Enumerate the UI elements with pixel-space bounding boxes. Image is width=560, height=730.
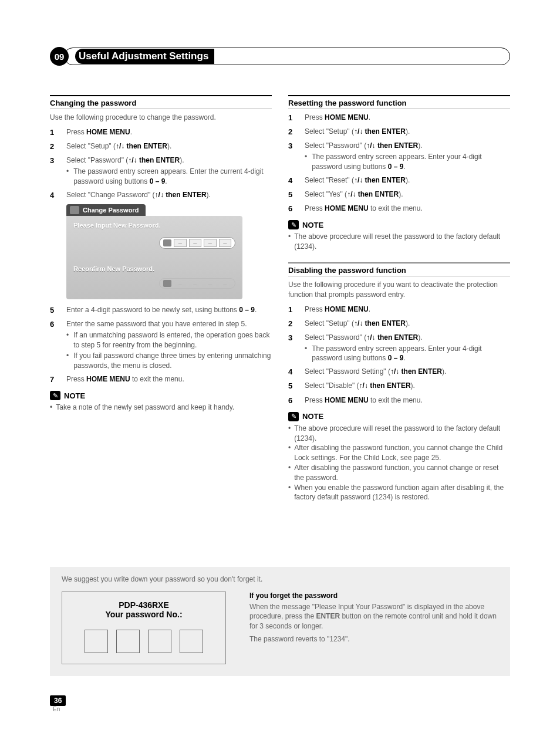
- password-slot: –: [189, 280, 202, 287]
- step-number: 7: [50, 374, 58, 385]
- note-label: NOTE: [302, 412, 323, 421]
- right-column: Resetting the password function 1 Press …: [288, 95, 510, 502]
- step-number: 2: [288, 127, 296, 137]
- note-text: •When you enable the password function a…: [288, 483, 510, 503]
- note-text: •The above procedure will reset the pass…: [288, 424, 510, 444]
- step-number: 2: [50, 141, 58, 152]
- step-body: Select "Setup" (↑/↓ then ENTER).: [66, 141, 272, 152]
- password-write-slot: [148, 630, 171, 653]
- intro-text: Use the following procedure to change th…: [50, 113, 272, 123]
- section-title-disable: Disabling the password function: [288, 262, 510, 276]
- step-number: 5: [50, 305, 58, 316]
- password-slot: –: [174, 280, 187, 287]
- page-footer: 36 En: [50, 697, 66, 712]
- note-text: •Take a note of the newly set password a…: [50, 403, 272, 413]
- intro-text: Use the following procedure if you want …: [288, 280, 510, 300]
- step-number: 4: [288, 367, 296, 377]
- step-body: Press HOME MENU.: [305, 305, 510, 315]
- note-text: •After disabling the password function, …: [288, 443, 510, 463]
- password-slot: –: [219, 280, 232, 287]
- step-body: Press HOME MENU to exit the menu.: [305, 396, 510, 406]
- step-body: Press HOME MENU.: [305, 113, 510, 123]
- step-body: Press HOME MENU.: [66, 127, 272, 138]
- password-slot: –: [219, 239, 232, 247]
- note-text: •After disabling the password function, …: [288, 463, 510, 483]
- password-slot: –: [204, 280, 217, 287]
- suggest-text: We suggest you write down your password …: [62, 575, 498, 583]
- step-body: Press HOME MENU to exit the menu.: [66, 374, 272, 385]
- step-body: Select "Change Password" (↑/↓ then ENTER…: [66, 190, 272, 201]
- step-body: Select "Reset" (↑/↓ then ENTER).: [305, 175, 510, 186]
- step-body: Select "Yes" (↑/↓ then ENTER).: [305, 190, 510, 200]
- forgot-body: When the message "Please Input Your Pass…: [249, 602, 498, 631]
- step-number: 6: [288, 204, 296, 214]
- step-body: Enter a 4-digit password to be newly set…: [66, 305, 272, 316]
- step-body: Select "Password" (↑/↓ then ENTER). •The…: [66, 156, 272, 186]
- step-number: 6: [288, 396, 296, 406]
- note-icon: ✎: [288, 220, 299, 229]
- note-label: NOTE: [302, 221, 323, 229]
- updown-icon: ↑/↓ then: [347, 190, 375, 198]
- password-record-box: We suggest you write down your password …: [50, 567, 510, 676]
- updown-icon: ↑/↓ then: [359, 381, 387, 390]
- dialog-label-new: Please Input New Password.: [73, 222, 235, 229]
- note-text: •The above procedure will reset the pass…: [288, 232, 510, 252]
- note-icon: ✎: [50, 391, 60, 400]
- step-number: 1: [288, 113, 296, 123]
- password-input-confirm-row: – – – –: [159, 278, 235, 289]
- updown-icon: ↑/↓ then: [366, 333, 394, 342]
- step-number: 1: [50, 127, 58, 138]
- note-label: NOTE: [64, 391, 85, 400]
- step-number: 1: [288, 305, 296, 315]
- updown-icon: ↑/↓ then: [354, 127, 382, 136]
- password-card: PDP-436RXE Your password No.:: [62, 592, 226, 664]
- updown-icon: ↑/↓ then: [354, 176, 382, 184]
- forgot-title: If you forget the password: [249, 592, 498, 600]
- step-number: 4: [50, 190, 58, 201]
- step-body: Press HOME MENU to exit the menu.: [305, 204, 510, 214]
- dialog-title: Change Password: [66, 204, 146, 216]
- forgot-revert: The password reverts to "1234".: [249, 634, 498, 644]
- updown-icon: ↑/↓ then: [128, 156, 156, 164]
- password-write-slot: [180, 630, 203, 653]
- card-subtitle: Your password No.:: [74, 610, 214, 619]
- chapter-title-pill: Useful Adjustment Settings: [64, 48, 510, 65]
- step-body: Select "Password" (↑/↓ then ENTER). •The…: [305, 333, 510, 363]
- updown-icon: ↑/↓ then: [116, 142, 143, 150]
- step-number: 2: [288, 319, 296, 329]
- keypad-icon: [163, 280, 171, 287]
- updown-icon: ↑/↓ then: [155, 191, 183, 199]
- step-number: 5: [288, 190, 296, 200]
- chapter-header: 09 Useful Adjustment Settings: [50, 47, 510, 66]
- step-body: Select "Setup" (↑/↓ then ENTER).: [305, 127, 510, 137]
- card-model: PDP-436RXE: [74, 600, 214, 610]
- section-title-reset: Resetting the password function: [288, 95, 510, 109]
- step-body: Select "Password" (↑/↓ then ENTER). •The…: [305, 141, 510, 171]
- left-column: Changing the password Use the following …: [50, 95, 272, 502]
- updown-icon: ↑/↓ then: [354, 319, 382, 327]
- step-number: 3: [288, 141, 296, 171]
- section-title-change-password: Changing the password: [50, 95, 272, 109]
- change-password-dialog: Change Password Please Input New Passwor…: [66, 204, 242, 299]
- password-slot: –: [189, 239, 202, 247]
- step-body: Select "Password Setting" (↑/↓ then ENTE…: [305, 367, 510, 377]
- page-number: 36: [50, 695, 66, 706]
- step-body: Select "Setup" (↑/↓ then ENTER).: [305, 319, 510, 329]
- step-body: Enter the same password that you have en…: [66, 319, 272, 371]
- step-body: Select "Disable" (↑/↓ then ENTER).: [305, 381, 510, 391]
- page-language: En: [50, 706, 66, 712]
- step-number: 4: [288, 175, 296, 186]
- step-number: 6: [50, 319, 58, 371]
- password-slot: –: [204, 239, 217, 247]
- step-number: 5: [288, 381, 296, 391]
- updown-icon: ↑/↓ then: [390, 367, 418, 376]
- updown-icon: ↑/↓ then: [366, 141, 394, 150]
- password-slot: –: [174, 239, 187, 247]
- keypad-icon: [163, 239, 171, 246]
- note-icon: ✎: [288, 412, 299, 421]
- step-number: 3: [50, 156, 58, 186]
- password-write-slot: [85, 630, 108, 653]
- dialog-label-confirm: Reconfirm New Password.: [73, 265, 235, 272]
- step-number: 3: [288, 333, 296, 363]
- chapter-title: Useful Adjustment Settings: [75, 49, 214, 64]
